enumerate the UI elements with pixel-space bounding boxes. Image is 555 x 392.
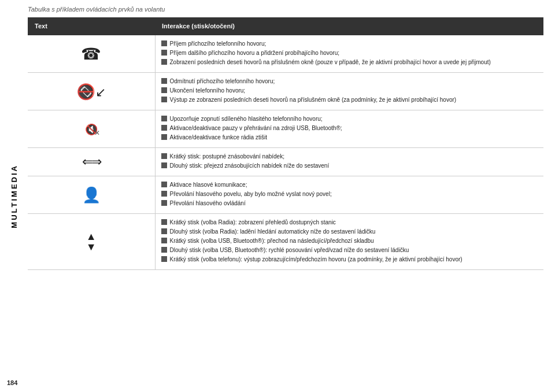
- bullet-square-icon: [161, 162, 167, 168]
- bullet-square-icon: [161, 116, 167, 121]
- bullet-text: Krátký stisk (volba USB, Bluetooth®): př…: [170, 237, 538, 245]
- bullet-square-icon: [161, 87, 167, 93]
- bullet-text: Dlouhý stisk (volba Radia): ladění hledá…: [170, 228, 538, 236]
- bullet-item: Dlouhý stisk: přejezd znásobujících nabí…: [161, 162, 538, 170]
- bullet-square-icon: [161, 238, 167, 243]
- bullets-cell: Upozorňuje zopnutí sdíleného hlasitého t…: [155, 110, 543, 148]
- table-header: Text Interakce (stisk/otočení): [28, 17, 543, 35]
- col-interaction-header: Interakce (stisk/otočení): [155, 17, 543, 35]
- bullet-item: Aktivace/deaktivace pauzy v přehrávání n…: [161, 124, 538, 132]
- bullet-text: Příjem příchozího telefonního hovoru;: [170, 40, 538, 48]
- bullets-cell: Příjem příchozího telefonního hovoru;Pří…: [155, 35, 543, 73]
- sidebar-label: MULTIMEDIA: [10, 164, 18, 228]
- bullet-item: Zobrazení posledních deseti hovorů na př…: [161, 58, 538, 66]
- bullet-text: Převolání hlasového povelu, aby bylo mož…: [170, 190, 538, 198]
- bullet-text: Krátký stisk: postupné znásobování nabíd…: [170, 153, 538, 161]
- bullet-item: Krátký stisk (volba telefonu): výstup zo…: [161, 256, 538, 264]
- bullet-text: Upozorňuje zopnutí sdíleného hlasitého t…: [170, 115, 538, 123]
- up-down-icon: ▲ ▼: [34, 231, 149, 252]
- person-icon: 👤: [82, 186, 101, 204]
- header-row: Text Interakce (stisk/otočení): [28, 17, 543, 35]
- bullet-text: Ukončení telefonního hovoru;: [170, 87, 538, 95]
- bullets-cell: Aktivace hlasové komunikace;Převolání hl…: [155, 176, 543, 214]
- mute-icon: 🔇 ✕: [85, 120, 98, 138]
- icon-cell: 👤: [28, 176, 155, 214]
- bullet-item: Aktivace/deaktivace funkce rádia ztišit: [161, 134, 538, 142]
- bullet-item: Krátký stisk (volba Radia): zobrazení př…: [161, 219, 538, 227]
- bullet-text: Zobrazení posledních deseti hovorů na př…: [170, 58, 538, 66]
- bullet-item: Převolání hlasového ovládání: [161, 199, 538, 208]
- icon-cell: 🔇 ✕: [28, 110, 155, 148]
- bullet-item: Převolání hlasového povelu, aby bylo mož…: [161, 190, 538, 198]
- bullet-text: Aktivace hlasové komunikace;: [170, 181, 538, 189]
- bullet-square-icon: [161, 50, 167, 56]
- bullet-item: Aktivace hlasové komunikace;: [161, 181, 538, 189]
- bullet-square-icon: [161, 59, 167, 65]
- page-number: 184: [7, 379, 17, 386]
- bullet-item: Odmítnutí příchozího telefonního hovoru;: [161, 77, 538, 86]
- bullets-cell: Krátký stisk (volba Radia): zobrazení př…: [155, 214, 543, 270]
- bullet-square-icon: [161, 40, 167, 46]
- page-title: Tabulka s příkladem ovládacích prvků na …: [28, 6, 543, 13]
- bullet-square-icon: [161, 134, 167, 140]
- bullet-item: Upozorňuje zopnutí sdíleného hlasitého t…: [161, 115, 538, 123]
- bullet-text: Příjem dalšího příchozího hovoru a přidr…: [170, 49, 538, 57]
- bullet-text: Aktivace/deaktivace pauzy v přehrávání n…: [170, 124, 538, 132]
- bullet-text: Krátký stisk (volba telefonu): výstup zo…: [170, 256, 538, 264]
- bullets-cell: Krátký stisk: postupné znásobování nabíd…: [155, 148, 543, 176]
- bullet-square-icon: [161, 219, 167, 225]
- bullet-text: Odmítnutí příchozího telefonního hovoru;: [170, 77, 538, 86]
- bullet-item: Příjem příchozího telefonního hovoru;: [161, 40, 538, 48]
- bullet-text: Krátký stisk (volba Radia): zobrazení př…: [170, 219, 538, 227]
- bullet-item: Dlouhý stisk (volba USB, Bluetooth®): ry…: [161, 246, 538, 254]
- bullet-square-icon: [161, 191, 167, 197]
- bullet-square-icon: [161, 247, 167, 253]
- bullet-text: Převolání hlasového ovládání: [170, 199, 538, 208]
- data-table: Text Interakce (stisk/otočení) ☎Příjem p…: [28, 17, 543, 270]
- bullet-item: Krátký stisk: postupné znásobování nabíd…: [161, 153, 538, 161]
- bullet-text: Aktivace/deaktivace funkce rádia ztišit: [170, 134, 538, 142]
- bullet-item: Dlouhý stisk (volba Radia): ladění hledá…: [161, 228, 538, 236]
- table-row: 🔇 ✕ Upozorňuje zopnutí sdíleného hlasité…: [28, 110, 543, 148]
- arrows-icon: ⇐⇒: [82, 154, 101, 169]
- bullet-square-icon: [161, 200, 167, 206]
- end-call-icon: 📵: [72, 77, 100, 105]
- bullet-item: Výstup ze zobrazení posledních deseti ho…: [161, 96, 538, 104]
- bullet-square-icon: [161, 97, 167, 102]
- table-row: ▲ ▼ Krátký stisk (volba Radia): zobrazen…: [28, 214, 543, 270]
- phone-icon: ☎: [81, 45, 101, 63]
- bullet-square-icon: [161, 228, 167, 234]
- page-container: MULTIMEDIA Tabulka s příkladem ovládacíc…: [0, 0, 555, 392]
- table-body: ☎Příjem příchozího telefonního hovoru;Př…: [28, 35, 543, 270]
- col-text-header: Text: [28, 17, 155, 35]
- icon-cell: ☎: [28, 35, 155, 73]
- table-row: ⇐⇒Krátký stisk: postupné znásobování nab…: [28, 148, 543, 176]
- icon-cell: ⇐⇒: [28, 148, 155, 176]
- bullet-square-icon: [161, 182, 167, 187]
- main-content: Tabulka s příkladem ovládacích prvků na …: [28, 0, 555, 392]
- bullet-item: Ukončení telefonního hovoru;: [161, 87, 538, 95]
- bullet-item: Příjem dalšího příchozího hovoru a přidr…: [161, 49, 538, 57]
- bullet-item: Krátký stisk (volba USB, Bluetooth®): př…: [161, 237, 538, 245]
- bullet-square-icon: [161, 153, 167, 159]
- bullet-square-icon: [161, 125, 167, 131]
- table-row: ☎Příjem příchozího telefonního hovoru;Př…: [28, 35, 543, 73]
- bullet-text: Dlouhý stisk: přejezd znásobujících nabí…: [170, 162, 538, 170]
- table-row: 👤Aktivace hlasové komunikace;Převolání h…: [28, 176, 543, 214]
- bullet-square-icon: [161, 256, 167, 262]
- bullet-text: Dlouhý stisk (volba USB, Bluetooth®): ry…: [170, 246, 538, 254]
- bullet-text: Výstup ze zobrazení posledních deseti ho…: [170, 96, 538, 104]
- icon-cell: ▲ ▼: [28, 214, 155, 270]
- bullet-square-icon: [161, 78, 167, 84]
- sidebar: MULTIMEDIA: [0, 0, 28, 392]
- icon-cell: 📵↙: [28, 73, 155, 110]
- bullets-cell: Odmítnutí příchozího telefonního hovoru;…: [155, 73, 543, 110]
- table-row: 📵↙Odmítnutí příchozího telefonního hovor…: [28, 73, 543, 110]
